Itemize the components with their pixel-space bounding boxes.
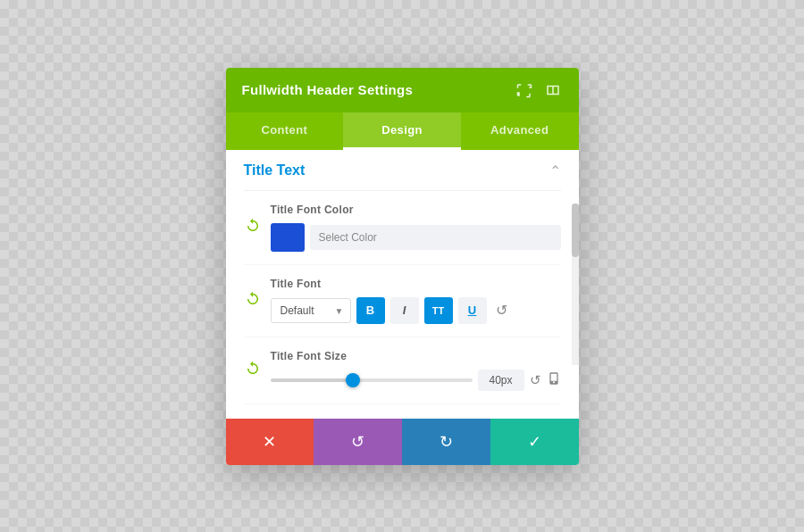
- font-setting-content: Title Font Default Arial Georgia ▼ B I T…: [271, 278, 561, 324]
- focus-icon[interactable]: [515, 80, 534, 100]
- font-undo-button[interactable]: ↺: [492, 300, 511, 320]
- reset-color-icon[interactable]: [244, 218, 262, 237]
- color-setting-content: Title Font Color Select Color: [271, 204, 561, 252]
- redo-button[interactable]: ↻: [402, 419, 490, 465]
- title-font-row: Title Font Default Arial Georgia ▼ B I T…: [244, 265, 561, 337]
- slider-wrap: [271, 378, 473, 382]
- size-setting-content: Title Font Size 40px ↺: [271, 350, 561, 391]
- header-icons: [515, 80, 563, 100]
- panel-header: Fullwidth Header Settings: [226, 68, 579, 112]
- cancel-button[interactable]: ✕: [226, 419, 314, 465]
- underline-button[interactable]: U: [458, 297, 487, 324]
- size-slider[interactable]: [271, 378, 473, 382]
- size-value-input[interactable]: 40px: [478, 370, 524, 391]
- section-title-label: Title Text: [244, 162, 306, 179]
- save-button[interactable]: ✓: [490, 419, 579, 465]
- font-select[interactable]: Default Arial Georgia: [271, 298, 351, 323]
- panel-content: Title Text ⌃ Title Font Color Select Col…: [226, 150, 579, 419]
- select-color-label[interactable]: Select Color: [310, 225, 561, 250]
- title-font-size-label: Title Font Size: [271, 350, 561, 362]
- mobile-icon[interactable]: [547, 371, 561, 388]
- italic-button[interactable]: I: [390, 297, 419, 324]
- size-undo-button[interactable]: ↺: [530, 372, 541, 388]
- title-font-color-label: Title Font Color: [271, 204, 561, 216]
- section-collapse-icon[interactable]: ⌃: [549, 162, 561, 179]
- section-title-text: Title Text ⌃: [244, 150, 561, 191]
- size-controls: 40px ↺: [271, 370, 561, 391]
- title-font-label: Title Font: [271, 278, 561, 290]
- settings-panel: Fullwidth Header Settings Content Design…: [226, 68, 579, 465]
- columns-icon[interactable]: [543, 80, 563, 100]
- title-font-color-row: Title Font Color Select Color: [244, 191, 561, 265]
- bold-button[interactable]: B: [356, 297, 385, 324]
- panel-footer: ✕ ↺ ↻ ✓: [226, 419, 579, 465]
- panel-title: Fullwidth Header Settings: [242, 82, 414, 97]
- color-swatch-button[interactable]: [271, 223, 305, 252]
- reset-font-icon[interactable]: [244, 291, 262, 311]
- font-select-wrap: Default Arial Georgia ▼: [271, 298, 351, 323]
- title-font-size-row: Title Font Size 40px ↺: [244, 337, 561, 404]
- tt-button[interactable]: TT: [424, 297, 453, 324]
- color-controls: Select Color: [271, 223, 561, 252]
- tab-advanced[interactable]: Advanced: [461, 112, 579, 150]
- tab-content[interactable]: Content: [226, 112, 344, 150]
- font-controls: Default Arial Georgia ▼ B I TT U ↺: [271, 297, 561, 324]
- undo-button[interactable]: ↺: [314, 419, 402, 465]
- scrollbar[interactable]: [572, 204, 579, 365]
- tabs-bar: Content Design Advanced: [226, 112, 579, 150]
- scrollbar-thumb: [572, 204, 579, 257]
- reset-size-icon[interactable]: [244, 361, 262, 380]
- tab-design[interactable]: Design: [343, 112, 461, 150]
